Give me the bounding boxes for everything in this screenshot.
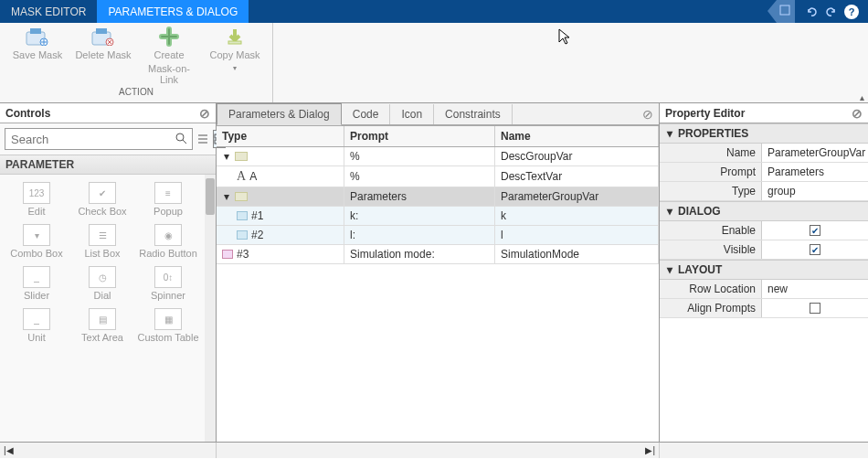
- collapse-icon[interactable]: ▾: [665, 263, 674, 276]
- folder-icon: [235, 152, 248, 161]
- palette-item-combo-box[interactable]: ▾Combo Box: [5, 224, 68, 259]
- palette-scrollbar[interactable]: [205, 175, 216, 442]
- save-mask-button[interactable]: Save Mask: [9, 27, 66, 85]
- grid-row[interactable]: AA%DescTextVar: [217, 166, 659, 187]
- svg-rect-4: [92, 32, 111, 45]
- copy-mask-button[interactable]: Copy Mask ▾: [206, 27, 263, 85]
- control-icon: ≡: [154, 182, 182, 204]
- palette-item-popup[interactable]: ≡Popup: [137, 182, 199, 217]
- expand-icon[interactable]: ▾: [222, 190, 231, 203]
- control-icon: ▤: [89, 308, 116, 330]
- palette-item-spinner[interactable]: 0↕Spinner: [137, 266, 199, 301]
- checkbox-icon[interactable]: ✔: [810, 244, 820, 255]
- tab-constraints[interactable]: Constraints: [434, 104, 513, 124]
- property-row[interactable]: NameParameterGroupVar: [660, 144, 868, 163]
- folder-icon: [235, 192, 248, 201]
- control-icon: ⎯: [23, 308, 50, 330]
- copy-down-icon: [222, 27, 248, 47]
- grid-row[interactable]: ▾ParametersParameterGroupVar: [217, 187, 659, 207]
- grid-row[interactable]: ▾%DescGroupVar: [217, 147, 659, 166]
- collapse-icon[interactable]: ▾: [665, 127, 674, 140]
- svg-point-3: [40, 38, 48, 46]
- grid-row[interactable]: #3Simulation mode:SimulationMode: [217, 245, 659, 264]
- section-dialog[interactable]: ▾DIALOG: [660, 201, 868, 221]
- status-bar: |◀ ▶|: [0, 442, 868, 458]
- grid-row[interactable]: #1k:k: [217, 207, 659, 226]
- text-icon: A: [237, 169, 246, 184]
- center-close-icon[interactable]: ⊘: [637, 107, 659, 122]
- parameters-grid-pane: Parameters & Dialog Code Icon Constraint…: [217, 103, 660, 442]
- tab-parameters-and-dialog[interactable]: Parameters & Dialog: [217, 103, 342, 125]
- redo-icon[interactable]: [824, 5, 839, 19]
- property-editor-title: Property Editor: [665, 107, 745, 120]
- grid-row[interactable]: #2l:l: [217, 226, 659, 245]
- section-layout[interactable]: ▾LAYOUT: [660, 260, 868, 280]
- controls-title: Controls: [5, 107, 50, 120]
- search-icon[interactable]: [170, 132, 192, 147]
- checkbox-icon[interactable]: [810, 303, 820, 314]
- palette-item-edit[interactable]: 123Edit: [5, 182, 68, 217]
- control-icon: 123: [23, 182, 50, 204]
- svg-point-6: [106, 38, 113, 46]
- delete-icon: [90, 27, 116, 47]
- palette-item-text-area[interactable]: ▤Text Area: [71, 308, 133, 343]
- quick-access-tab: [777, 0, 795, 23]
- expand-icon[interactable]: ▾: [222, 150, 231, 163]
- grid-header: Type Prompt Name: [217, 126, 659, 147]
- palette-item-radio-button[interactable]: ◉Radio Button: [137, 224, 199, 259]
- tab-mask-editor[interactable]: MASK EDITOR: [0, 0, 97, 23]
- property-editor-pane: Property Editor ⊘ ▾PROPERTIESNameParamet…: [660, 103, 868, 442]
- palette-item-dial[interactable]: ◷Dial: [71, 266, 133, 301]
- control-icon: ⎯: [23, 266, 50, 288]
- create-mask-on-link-button[interactable]: CreateMask-on-Link: [141, 27, 197, 85]
- ribbon-group-title: ACTION: [9, 87, 263, 97]
- checkbox-icon[interactable]: ✔: [810, 225, 820, 236]
- popup-icon: [222, 250, 233, 259]
- tab-parameters-dialog[interactable]: PARAMETERS & DIALOG: [97, 0, 249, 23]
- property-row[interactable]: PromptParameters: [660, 163, 868, 182]
- property-row[interactable]: Visible✔: [660, 240, 868, 260]
- svg-rect-2: [30, 28, 41, 34]
- control-icon: ◷: [89, 266, 116, 288]
- property-row[interactable]: Enable✔: [660, 221, 868, 240]
- palette-item-unit[interactable]: ⎯Unit: [5, 308, 68, 343]
- collapse-ribbon-icon[interactable]: ▴: [860, 92, 864, 102]
- tab-icon[interactable]: Icon: [390, 104, 434, 124]
- title-bar: MASK EDITOR PARAMETERS & DIALOG ?: [0, 0, 868, 23]
- center-tabs: Parameters & Dialog Code Icon Constraint…: [217, 103, 659, 125]
- property-editor-close-icon[interactable]: ⊘: [852, 106, 863, 121]
- control-icon: 0↕: [154, 266, 182, 288]
- parameter-category[interactable]: PARAMETER: [0, 155, 216, 175]
- property-row[interactable]: Align Prompts: [660, 299, 868, 318]
- property-row[interactable]: Row Locationnew: [660, 280, 868, 299]
- edit-icon: [237, 211, 248, 220]
- undo-icon[interactable]: [804, 5, 819, 19]
- controls-close-icon[interactable]: ⊘: [199, 106, 210, 121]
- delete-mask-button[interactable]: Delete Mask: [75, 27, 132, 85]
- svg-point-8: [176, 133, 184, 141]
- control-icon: ◉: [154, 224, 182, 246]
- collapse-icon[interactable]: ▾: [665, 205, 674, 218]
- svg-rect-0: [780, 5, 789, 15]
- scroll-left-icon[interactable]: |◀: [4, 445, 14, 455]
- palette-item-slider[interactable]: ⎯Slider: [5, 266, 68, 301]
- titlebar-actions: ?: [795, 0, 868, 23]
- scroll-right-icon[interactable]: ▶|: [645, 445, 655, 455]
- save-icon: [25, 27, 50, 47]
- property-row[interactable]: Typegroup: [660, 182, 868, 201]
- control-icon: ☰: [89, 224, 116, 246]
- plus-icon: [156, 27, 182, 47]
- ribbon-toolbar: Save Mask Delete Mask CreateMask-on-Link…: [0, 23, 868, 103]
- help-button[interactable]: ?: [844, 5, 859, 19]
- svg-rect-5: [96, 28, 107, 34]
- section-properties[interactable]: ▾PROPERTIES: [660, 123, 868, 144]
- edit-icon: [237, 230, 248, 240]
- tab-code[interactable]: Code: [342, 104, 391, 124]
- palette-item-list-box[interactable]: ☰List Box: [71, 224, 133, 259]
- control-icon: ▦: [154, 308, 182, 330]
- palette-item-custom-table[interactable]: ▦Custom Table: [137, 308, 199, 343]
- palette-item-check-box[interactable]: ✔Check Box: [71, 182, 133, 217]
- list-view-icon[interactable]: [196, 130, 209, 148]
- controls-pane: Controls ⊘ PARAMETER 123Edit✔Check Box≡P…: [0, 103, 217, 442]
- search-input[interactable]: [5, 128, 193, 150]
